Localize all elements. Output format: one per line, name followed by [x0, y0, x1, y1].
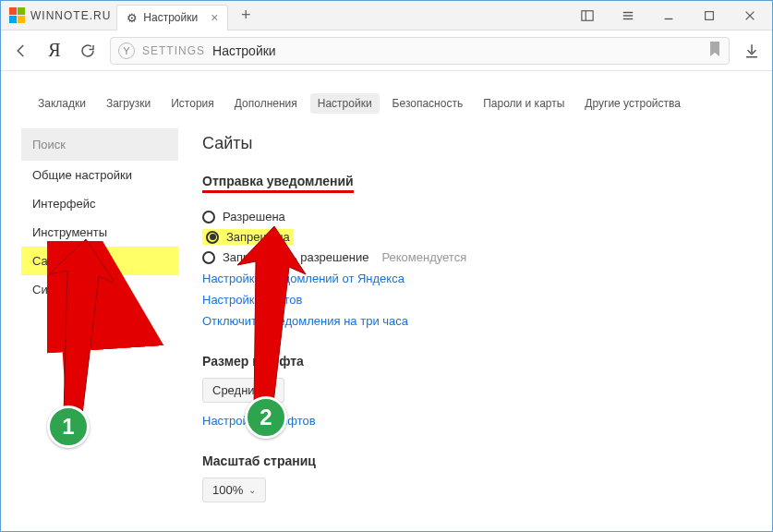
notifications-section: Отправка уведомлений Разрешена Запрещена…	[202, 174, 746, 328]
topnav-security[interactable]: Безопасность	[385, 93, 471, 114]
zoom-select[interactable]: 100% ⌄	[202, 478, 266, 502]
window-title: WINNOTE.RU	[30, 9, 111, 22]
back-button[interactable]	[10, 40, 32, 62]
topnav-settings[interactable]: Настройки	[310, 93, 380, 114]
titlebar: WINNOTE.RU ⚙ Настройки × +	[1, 1, 772, 30]
sidebar-item-interface[interactable]: Интерфейс	[21, 189, 178, 218]
tab-label: Настройки	[143, 11, 198, 24]
chevron-down-icon: ⌄	[267, 385, 274, 395]
notifications-title: Отправка уведомлений	[202, 174, 354, 193]
tab-strip: ⚙ Настройки × +	[111, 1, 565, 30]
zoom-section: Масштаб страниц 100% ⌄	[202, 453, 746, 502]
toolbar: Я Y SETTINGS Настройки	[1, 30, 772, 71]
select-value: Средний	[212, 383, 261, 397]
select-value: 100%	[212, 483, 243, 497]
sidebar-search[interactable]: Поиск	[21, 128, 178, 161]
topnav-history[interactable]: История	[163, 93, 222, 114]
radio-icon-checked	[206, 231, 219, 244]
link-site-settings[interactable]: Настройки сайтов	[202, 293, 746, 307]
sidebar-item-general[interactable]: Общие настройки	[21, 161, 178, 189]
zoom-title: Масштаб страниц	[202, 453, 746, 468]
annotation-badge-1: 1	[47, 405, 90, 448]
minimize-button[interactable]	[650, 2, 687, 30]
chevron-down-icon: ⌄	[248, 485, 256, 495]
content: Закладки Загрузки История Дополнения Нас…	[1, 71, 772, 531]
link-yandex-notifications[interactable]: Настройки уведомлений от Яндекса	[202, 272, 746, 285]
panel-heading: Сайты	[202, 134, 746, 153]
radio-ask[interactable]: Запрашивать разрешение Рекомендуется	[202, 250, 746, 264]
topnav-addons[interactable]: Дополнения	[227, 93, 305, 114]
topnav-devices[interactable]: Другие устройства	[577, 93, 688, 114]
new-tab-button[interactable]: +	[234, 6, 258, 25]
main: Поиск Общие настройки Интерфейс Инструме…	[21, 128, 752, 531]
yandex-home-button[interactable]: Я	[43, 40, 66, 62]
settings-topnav: Закладки Загрузки История Дополнения Нас…	[21, 80, 752, 128]
radio-label: Разрешена	[223, 210, 285, 224]
radio-icon	[202, 251, 215, 264]
annotation-badge-2: 2	[245, 396, 287, 439]
sidebar-item-sites[interactable]: Сайты	[21, 247, 178, 275]
downloads-button[interactable]	[741, 40, 763, 62]
window-controls	[565, 2, 772, 30]
sidebar-item-system[interactable]: Системные	[21, 275, 178, 304]
sidebar-item-tools[interactable]: Инструменты	[21, 218, 178, 247]
radio-label: Запрашивать разрешение	[223, 250, 368, 264]
site-icon: Y	[118, 42, 135, 59]
topnav-bookmarks[interactable]: Закладки	[30, 93, 93, 114]
link-disable-3h[interactable]: Отключить уведомления на три часа	[202, 314, 746, 328]
address-bar[interactable]: Y SETTINGS Настройки	[110, 37, 730, 65]
tab-settings[interactable]: ⚙ Настройки ×	[116, 5, 228, 30]
radio-icon	[202, 211, 215, 224]
topnav-passwords[interactable]: Пароли и карты	[476, 93, 572, 114]
radio-allowed[interactable]: Разрешена	[202, 210, 746, 224]
address-protocol: SETTINGS	[142, 44, 205, 57]
topnav-downloads[interactable]: Загрузки	[99, 93, 158, 114]
gear-icon: ⚙	[127, 11, 138, 25]
radio-denied[interactable]: Запрещена	[202, 229, 746, 245]
maximize-button[interactable]	[691, 2, 728, 30]
settings-sidebar: Поиск Общие настройки Интерфейс Инструме…	[21, 128, 178, 531]
fontsize-title: Размер шрифта	[202, 354, 746, 369]
svg-rect-6	[706, 11, 714, 19]
bookmark-icon[interactable]	[708, 42, 721, 60]
close-button[interactable]	[731, 2, 768, 30]
reload-button[interactable]	[77, 40, 99, 62]
close-tab-icon[interactable]: ×	[211, 10, 218, 25]
radio-label: Запрещена	[226, 230, 290, 244]
svg-rect-0	[582, 10, 593, 20]
sidebar-toggle-icon[interactable]	[569, 2, 606, 30]
app-logo-icon	[8, 7, 25, 24]
menu-icon[interactable]	[610, 2, 646, 30]
address-title: Настройки	[212, 43, 276, 58]
recommended-label: Рекомендуется	[381, 250, 466, 264]
settings-panel: Сайты Отправка уведомлений Разрешена Зап…	[197, 128, 752, 531]
